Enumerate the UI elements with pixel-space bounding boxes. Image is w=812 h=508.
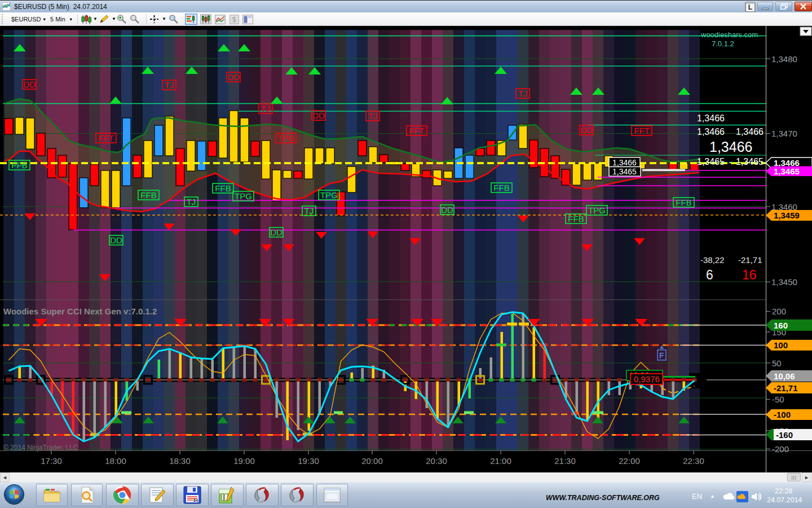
svg-text:$: $ [232,16,236,24]
svg-text:1,3480: 1,3480 [771,54,797,64]
svg-text:1,3465: 1,3465 [774,167,800,176]
svg-text:18:30: 18:30 [169,456,191,466]
svg-text:1,3466: 1,3466 [709,139,752,155]
svg-text:-160: -160 [776,430,793,440]
svg-text:TJ: TJ [304,206,314,216]
svg-text:1,3466: 1,3466 [697,113,725,123]
svg-text:1,3465: 1,3465 [697,157,725,167]
svg-text:200: 200 [772,306,786,316]
svg-text:TPG: TPG [235,191,252,201]
svg-text:19:30: 19:30 [298,456,319,466]
svg-text:FFB: FFB [676,198,691,207]
svg-text:DD: DD [23,80,36,89]
svg-text:TPG: TPG [320,190,338,200]
svg-text:FFB: FFB [493,183,509,192]
svg-text:21:30: 21:30 [554,456,576,466]
svg-text:1,3466: 1,3466 [736,127,764,137]
svg-text:17:30: 17:30 [41,456,62,466]
svg-text:10,06: 10,06 [774,371,795,381]
svg-text:-38,22: -38,22 [700,255,725,265]
svg-text:FFB: FFB [140,190,156,200]
svg-text:TJ: TJ [187,197,196,207]
svg-text:0,9376: 0,9376 [634,374,660,384]
svg-text:-50: -50 [772,395,784,404]
svg-text:FFB: FFB [568,214,584,224]
svg-text:160: 160 [774,321,788,330]
svg-text:FFT: FFT [98,133,114,143]
svg-text:woodieshars.com: woodieshars.com [700,30,758,39]
svg-text:TJ: TJ [165,80,174,90]
svg-text:TPG: TPG [588,205,606,215]
svg-text:1,3450: 1,3450 [771,277,797,287]
svg-text:6: 6 [706,268,713,282]
svg-text:TJ: TJ [261,104,271,113]
svg-text:TJ: TJ [368,111,378,121]
svg-text:Woodies Super CCI Next Gen v:7: Woodies Super CCI Next Gen v:7.0.1.2 [3,306,157,316]
svg-text:FFT: FFT [409,126,425,135]
svg-text:50: 50 [772,358,782,368]
svg-text:1,3470: 1,3470 [771,129,797,138]
svg-text:-100: -100 [774,410,791,419]
svg-text:F: F [659,351,664,360]
svg-text:DD: DD [580,125,593,135]
svg-text:-21,71: -21,71 [738,255,762,265]
svg-text:1,3466: 1,3466 [697,127,725,137]
svg-text:7.0.1.2: 7.0.1.2 [712,40,734,48]
svg-text:TPG: TPG [277,133,295,143]
svg-text:100: 100 [774,340,788,350]
svg-text:20:30: 20:30 [426,456,447,466]
svg-text:DD: DD [441,205,453,214]
svg-text:19:00: 19:00 [233,456,255,466]
svg-text:TJ: TJ [518,89,528,98]
svg-text:20:00: 20:00 [361,456,383,466]
svg-text:DD: DD [227,72,240,82]
svg-text:1,3459: 1,3459 [774,211,800,220]
svg-text:DD: DD [312,111,325,120]
svg-text:-200: -200 [772,444,789,454]
svg-text:1,3466: 1,3466 [612,158,637,167]
svg-text:FFB: FFB [11,160,27,170]
svg-text:© 2014 NinjaTrader, LLC: © 2014 NinjaTrader, LLC [3,444,78,452]
svg-text:22:30: 22:30 [683,456,704,466]
svg-text:18:00: 18:00 [105,456,126,466]
svg-text:1,3465: 1,3465 [736,157,764,167]
svg-text:FFT: FFT [634,126,650,135]
svg-text:DD: DD [110,235,122,245]
svg-text:16: 16 [742,268,757,282]
svg-text:21:00: 21:00 [490,456,511,466]
svg-text:1,3460: 1,3460 [771,202,797,212]
svg-text:1,3465: 1,3465 [612,167,637,176]
svg-text:22:00: 22:00 [619,456,640,466]
svg-text:-21,71: -21,71 [774,383,798,393]
svg-text:DD: DD [270,227,283,237]
svg-text:64: 64 [193,498,198,502]
svg-text:FFB: FFB [215,183,231,193]
